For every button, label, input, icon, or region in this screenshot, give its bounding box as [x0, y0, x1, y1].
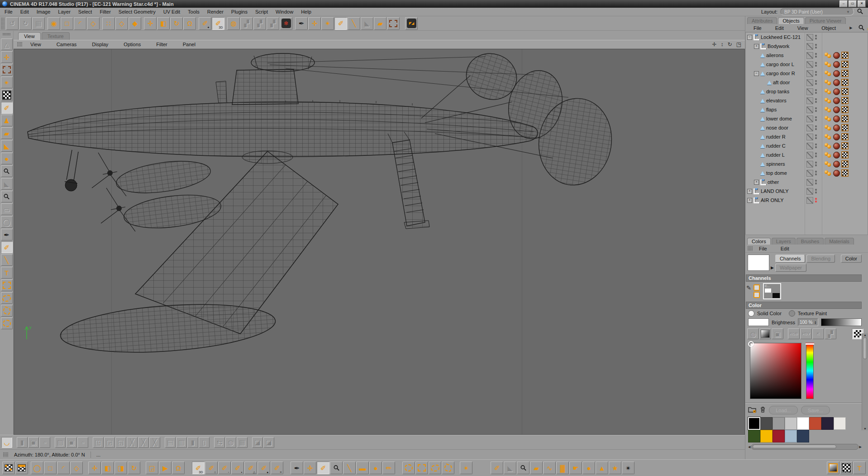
lasso-select-button[interactable]: ◜ [57, 462, 70, 474]
uvw-tag-icon[interactable] [825, 107, 832, 113]
uvw-tag-icon[interactable] [825, 170, 832, 176]
layer-chip[interactable] [806, 115, 813, 122]
objects-menu-object[interactable]: Object [821, 25, 836, 31]
material-tag-icon[interactable] [833, 106, 840, 113]
rotate-tool-button[interactable]: ↻ [128, 462, 140, 474]
move-tool-button[interactable]: ✛ [144, 17, 157, 30]
smudge-tool-button[interactable]: ∿ [543, 462, 556, 474]
tab-view[interactable]: View [18, 32, 41, 40]
rotate-view-icon[interactable]: ↻ [728, 41, 732, 48]
move-texture-button[interactable]: ✛ [308, 17, 321, 30]
delete-swatch-icon[interactable] [760, 406, 766, 414]
rectangle-selection-button[interactable]: □ [61, 17, 73, 30]
water-drop-button[interactable]: ● [1, 153, 13, 164]
material-tag-icon[interactable] [833, 115, 840, 122]
tree-row-nose-door[interactable]: nose door [746, 123, 868, 132]
visibility-dots[interactable] [815, 180, 817, 184]
layer-chip[interactable] [806, 88, 813, 95]
texture-tag-icon[interactable] [841, 106, 849, 113]
tree-row-rudder-l[interactable]: rudder L [746, 150, 868, 159]
save-button[interactable]: Save... [801, 406, 830, 414]
swatch-f6ba00[interactable] [760, 430, 773, 442]
visibility-dots[interactable] [815, 162, 817, 166]
visibility-dots[interactable] [815, 107, 817, 112]
tree-row-lockheed-ec-121[interactable]: −Lockheed EC-121 [746, 33, 868, 42]
objects-menu-edit[interactable]: Edit [775, 25, 784, 31]
add-swatch-folder-icon[interactable] [748, 406, 757, 414]
color-button[interactable]: Color [841, 255, 862, 263]
sponge-tool-button[interactable]: ▓ [556, 462, 569, 474]
visibility-dots[interactable] [815, 89, 817, 94]
brush-stack-button[interactable]: ✐≡ [271, 462, 283, 474]
status-grip[interactable] [3, 452, 9, 457]
paint-brush-button[interactable]: ✐ [317, 462, 329, 474]
lasso-selection-button[interactable] [1, 292, 13, 304]
layer-chip[interactable] [806, 43, 813, 50]
paint-brush-button[interactable]: ✐ [1, 102, 13, 114]
swatch-e9e7e3[interactable] [834, 417, 846, 430]
texture-tag-icon[interactable] [841, 115, 849, 122]
visibility-dots[interactable] [815, 135, 817, 139]
ellipse-selection-button[interactable] [1, 317, 13, 329]
uvw-tag-icon[interactable] [825, 152, 832, 158]
object-label[interactable]: rudder L [766, 152, 785, 158]
expand-toggle-icon[interactable]: + [747, 198, 752, 203]
edges-mode-button[interactable]: ◇ [115, 17, 128, 30]
texture-tag-icon[interactable] [841, 70, 849, 77]
texture-paint-radio[interactable] [789, 310, 795, 317]
transform-uv-button[interactable]: ◲ [146, 462, 158, 474]
menu-plugins[interactable]: Plugins [231, 9, 248, 14]
swatch-35511f[interactable] [748, 430, 760, 442]
material-tag-icon[interactable] [833, 134, 840, 140]
scroll-right-icon[interactable]: ▶ [859, 445, 862, 449]
uvw-tag-icon[interactable] [825, 134, 832, 140]
brush-ring-button[interactable]: ✐○ [205, 462, 218, 474]
texture-tag-icon[interactable] [841, 169, 849, 177]
menu-script[interactable]: Script [255, 9, 268, 14]
tree-row-other[interactable]: +other [746, 178, 868, 187]
material-tag-icon[interactable] [833, 161, 840, 168]
visibility-dots[interactable] [815, 98, 817, 103]
expand-toggle-icon[interactable]: + [754, 44, 759, 49]
visibility-dots[interactable] [815, 189, 817, 193]
live-selection-button[interactable]: ◉ [48, 17, 60, 30]
eyedropper-button[interactable]: ✒ [295, 17, 308, 30]
visibility-dots[interactable] [815, 125, 817, 130]
menu-edit[interactable]: Edit [20, 9, 29, 14]
layer-chip[interactable] [806, 188, 813, 195]
magic-wand-button[interactable]: ✴ [1, 77, 13, 88]
visibility-dots[interactable] [815, 153, 817, 157]
smooth-tool-button[interactable]: ▬ [356, 462, 369, 474]
menu-image[interactable]: Image [37, 9, 51, 14]
brush-triangle-button[interactable]: ✐△ [244, 462, 257, 474]
wand-stick-button[interactable]: ✴ [622, 462, 634, 474]
line-tool-button[interactable]: ╲ [343, 462, 356, 474]
layer-chip[interactable] [806, 143, 813, 149]
move-layer-button[interactable]: ✛ [1, 51, 13, 63]
material-tag-icon[interactable] [833, 70, 840, 77]
brightness-swatch[interactable] [748, 318, 769, 326]
material-tag-icon[interactable] [833, 79, 840, 86]
material-tag-icon[interactable] [833, 143, 840, 149]
visibility-dots[interactable] [815, 62, 817, 67]
star-brush-button[interactable]: ★ [609, 462, 621, 474]
visibility-dots[interactable] [815, 144, 817, 148]
rotate-tool-button[interactable]: ↻ [170, 17, 183, 30]
object-label[interactable]: nose door [766, 125, 788, 130]
texture-frame-button[interactable] [1, 89, 13, 101]
swatch-000000[interactable] [748, 417, 760, 430]
colors-menu-edit[interactable]: Edit [781, 246, 789, 251]
channels-button[interactable]: Channels [775, 255, 805, 263]
uvw-tag-icon[interactable] [825, 116, 832, 122]
swatch-9d1c2b[interactable] [773, 430, 785, 442]
viewport-menu-options[interactable]: Options [124, 42, 141, 47]
texture-frame-button[interactable] [840, 462, 853, 474]
scroll-up-icon[interactable]: ▲ [863, 333, 867, 337]
uvw-tag-icon[interactable] [825, 62, 832, 67]
layer-chip[interactable] [806, 79, 813, 86]
menu-render[interactable]: Render [207, 9, 224, 14]
eraser-button[interactable]: ▰ [1, 127, 13, 139]
menu-file[interactable]: File [5, 9, 13, 14]
visibility-dots[interactable] [815, 171, 817, 175]
close-button[interactable]: ✕ [858, 0, 866, 7]
